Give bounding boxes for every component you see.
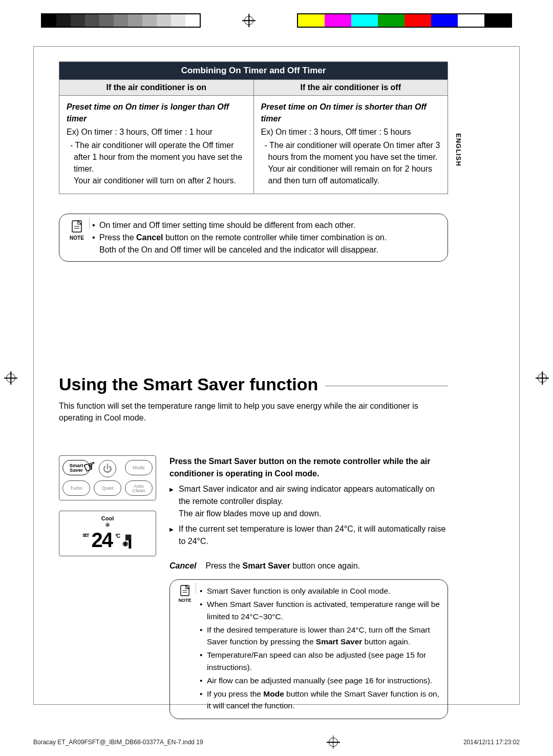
registration-mark-icon [538, 373, 547, 383]
note-item: Press the Cancel button on the remote co… [92, 232, 439, 256]
note-icon: NOTE [176, 585, 194, 604]
table-cell-right: Preset time on On timer is shorter than … [253, 96, 448, 194]
auto-clean-button: Auto Clean [125, 480, 153, 496]
smart-saver-button: Smart Saver ☞ [62, 460, 90, 475]
note-item: Smart Saver function is only available i… [200, 585, 440, 597]
table-header-on: If the air conditioner is on [59, 80, 254, 96]
language-tab: ENGLISH [455, 133, 462, 166]
footer-timestamp: 2014/12/11 17:23:02 [463, 739, 520, 746]
note-item: Temperature/Fan speed can also be adjust… [200, 649, 440, 673]
note-item: When Smart Saver function is activated, … [200, 598, 440, 622]
note-item: Air flow can be adjusted manually (see p… [200, 675, 440, 686]
note-item: If you press the Mode button while the S… [200, 688, 440, 712]
registration-mark-icon [6, 373, 15, 383]
registration-mark-icon [329, 738, 338, 747]
pointing-hand-icon: ☞ [81, 458, 98, 476]
timer-combination-table: Combining On Timer and Off Timer If the … [59, 61, 448, 194]
arrow-item: Smart Saver indicator and air swing indi… [169, 483, 448, 520]
remote-illustration: Smart Saver ☞ ⏻ Mode Turbo Quiet Auto Cl… [59, 455, 156, 500]
turbo-button: Turbo [62, 480, 90, 496]
note-box-timer: NOTE On timer and Off timer setting time… [59, 214, 448, 262]
smart-saver-indicator-icon: ▦❋ ▌ [122, 533, 133, 548]
note-box-smartsaver: NOTE Smart Saver function is only availa… [169, 579, 448, 719]
print-footer: Boracay ET_AR09FSFT@_IBIM_DB68-03377A_EN… [33, 738, 520, 747]
quiet-button: Quiet [94, 480, 121, 496]
power-button: ⏻ [99, 460, 116, 477]
table-title: Combining On Timer and Off Timer [59, 62, 448, 80]
registration-mark-icon [244, 16, 253, 25]
section-heading: Using the Smart Saver function [59, 374, 448, 394]
table-cell-left: Preset time on On timer is longer than O… [59, 96, 254, 194]
mode-button: Mode [125, 460, 153, 475]
cancel-instruction: Cancel Press the Smart Saver button once… [169, 560, 448, 572]
table-header-off: If the air conditioner is off [253, 80, 448, 96]
section-intro: This function will set the temperature r… [59, 401, 448, 424]
note-item: On timer and Off timer setting time shou… [92, 219, 439, 232]
footer-filename: Boracay ET_AR09FSFT@_IBIM_DB68-03377A_EN… [33, 739, 203, 746]
display-temperature: 24 [91, 529, 112, 552]
note-icon: NOTE [68, 220, 86, 242]
note-item: If the desired temperature is lower than… [200, 624, 440, 648]
smart-saver-instruction: Press the Smart Saver button on the remo… [169, 455, 448, 480]
print-color-bar [41, 13, 512, 28]
arrow-item: If the current set temperature is lower … [169, 523, 448, 548]
remote-display-illustration: Cool ❄ SET 24 °C ▦❋ ▌ [59, 511, 156, 556]
